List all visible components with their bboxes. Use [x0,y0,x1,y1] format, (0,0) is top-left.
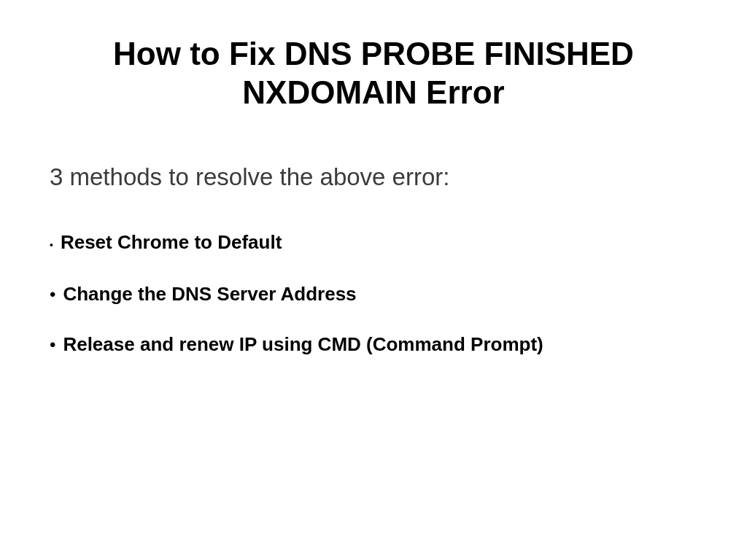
list-item: • Release and renew IP using CMD (Comman… [50,333,703,356]
bullet-icon: • [50,335,55,355]
method-text: Reset Chrome to Default [61,231,282,254]
method-text: Release and renew IP using CMD (Command … [63,333,543,356]
slide-title: How to Fix DNS PROBE FINISHED NXDOMAIN E… [44,35,703,112]
bullet-icon: • [50,284,55,305]
methods-list: • Reset Chrome to Default • Change the D… [50,231,703,356]
list-item: • Change the DNS Server Address [50,283,703,306]
bullet-icon: • [50,235,53,255]
list-item: • Reset Chrome to Default [50,231,703,255]
method-text: Change the DNS Server Address [63,283,356,306]
slide-container: How to Fix DNS PROBE FINISHED NXDOMAIN E… [0,0,747,560]
slide-subtitle: 3 methods to resolve the above error: [50,163,703,191]
